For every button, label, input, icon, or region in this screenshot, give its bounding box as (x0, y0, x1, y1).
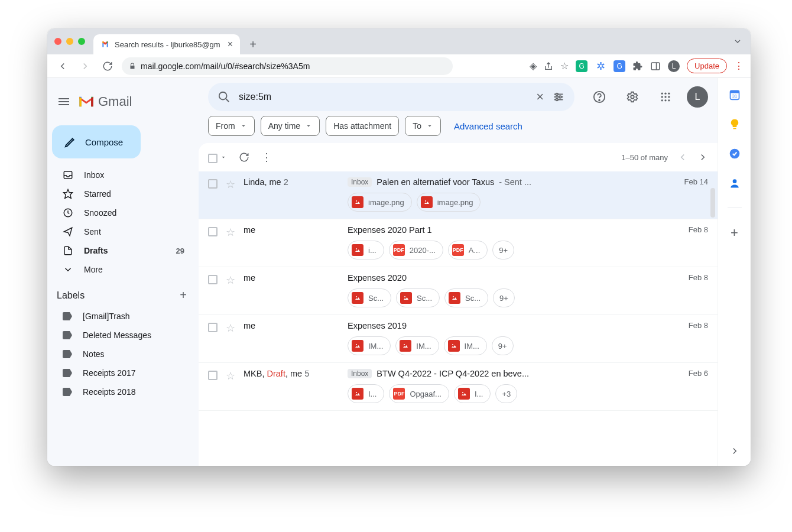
search-icon (218, 90, 231, 103)
side-panel-icon[interactable] (650, 61, 661, 72)
label-item[interactable]: Deleted Messages (47, 326, 199, 345)
sidebar-item-snoozed[interactable]: Snoozed (47, 203, 191, 222)
attachment-more[interactable]: +3 (495, 384, 517, 403)
select-dropdown-icon[interactable] (220, 154, 227, 161)
attachment-name: image.png (437, 198, 473, 207)
extension-snowflake-icon[interactable]: ✲ (595, 60, 606, 72)
more-icon[interactable]: ⋮ (261, 151, 272, 164)
scrollbar-thumb[interactable] (710, 188, 715, 218)
extension-grammarly-icon[interactable]: G (576, 60, 587, 72)
attachment-chip[interactable]: IM... (444, 336, 487, 355)
row-checkbox[interactable] (208, 323, 218, 332)
email-row[interactable]: ☆ me Expenses 2020 Sc...Sc...Sc...9+ Feb… (199, 267, 718, 315)
reader-icon[interactable]: ◈ (530, 60, 537, 72)
address-bar[interactable]: mail.google.com/mail/u/0/#search/size%3A… (122, 57, 453, 75)
row-checkbox[interactable] (208, 227, 218, 236)
filter-chip-has-attachment[interactable]: Has attachment (326, 116, 399, 136)
star-icon[interactable]: ☆ (226, 226, 235, 239)
sidebar-item-inbox[interactable]: Inbox (47, 166, 191, 184)
update-button[interactable]: Update (687, 59, 727, 73)
add-label-icon[interactable]: + (180, 288, 187, 302)
email-row[interactable]: ☆ MKB, Draft, me 5 Inbox BTW Q4-2022 - I… (199, 363, 718, 411)
attachment-more[interactable]: 9+ (492, 336, 514, 355)
back-button[interactable] (54, 58, 71, 74)
attachment-chip[interactable]: PDF2020-... (389, 241, 443, 259)
profile-icon[interactable]: L (668, 60, 680, 72)
main-menu-icon[interactable] (57, 95, 71, 109)
attachment-chip[interactable]: Sc... (396, 288, 440, 307)
attachment-chip[interactable]: PDFOpgaaf... (389, 384, 449, 403)
attachment-chip[interactable]: Sc... (444, 288, 488, 307)
prev-page-icon[interactable] (677, 152, 688, 163)
attachment-chip[interactable]: IM... (348, 336, 391, 355)
label-item[interactable]: Receipts 2018 (47, 382, 199, 401)
close-tab-icon[interactable]: × (228, 39, 233, 50)
settings-icon[interactable] (621, 85, 644, 109)
sidebar-item-starred[interactable]: Starred (47, 184, 191, 203)
attachments-row: Sc...Sc...Sc...9+ (348, 288, 663, 307)
gmail-logo[interactable]: Gmail (78, 94, 132, 109)
extensions-puzzle-icon[interactable] (632, 61, 643, 72)
attachment-more[interactable]: 9+ (493, 288, 515, 307)
row-checkbox[interactable] (208, 371, 218, 380)
attachment-more[interactable]: 9+ (492, 241, 514, 259)
email-row[interactable]: ☆ me Expenses 2020 Part 1 i...PDF2020-..… (199, 219, 718, 267)
compose-button[interactable]: Compose (52, 125, 141, 158)
star-icon[interactable]: ☆ (226, 369, 235, 382)
sidebar-item-sent[interactable]: Sent (47, 222, 191, 241)
new-tab-button[interactable]: + (245, 36, 261, 53)
refresh-icon[interactable] (239, 152, 249, 163)
attachment-chip[interactable]: IM... (395, 336, 439, 355)
attachment-chip[interactable]: image.png (348, 193, 412, 212)
hide-panel-icon[interactable] (729, 446, 740, 456)
attachment-chip[interactable]: i... (348, 241, 384, 259)
attachment-chip[interactable]: I... (348, 384, 384, 403)
row-checkbox[interactable] (208, 179, 218, 189)
star-icon[interactable]: ☆ (226, 274, 235, 287)
row-checkbox[interactable] (208, 275, 218, 284)
filter-chip-any-time[interactable]: Any time (261, 116, 320, 136)
maximize-window-icon[interactable] (78, 38, 85, 45)
select-all-checkbox[interactable] (208, 154, 218, 163)
add-app-icon[interactable]: + (731, 225, 738, 241)
share-icon[interactable] (544, 61, 553, 71)
minimize-window-icon[interactable] (66, 38, 73, 45)
sidebar-item-more[interactable]: More (47, 260, 191, 279)
attachment-chip[interactable]: Sc... (348, 288, 391, 307)
next-page-icon[interactable] (697, 152, 708, 163)
advanced-search-link[interactable]: Advanced search (454, 121, 522, 131)
filter-chip-from[interactable]: From (208, 116, 255, 136)
tab-list-button[interactable] (733, 37, 742, 46)
search-input[interactable] (239, 92, 528, 102)
label-item[interactable]: Notes (47, 345, 199, 364)
browser-menu-icon[interactable]: ⋮ (734, 60, 744, 72)
search-bar[interactable]: × (208, 83, 574, 111)
label-item[interactable]: [Gmail]Trash (47, 307, 199, 326)
attachment-chip[interactable]: I... (454, 384, 491, 403)
support-icon[interactable] (587, 85, 611, 109)
calendar-icon[interactable]: 31 (729, 89, 741, 100)
extension-translate-icon[interactable]: G (614, 60, 625, 72)
clear-search-icon[interactable]: × (536, 89, 544, 105)
account-avatar[interactable]: L (687, 86, 708, 108)
close-window-icon[interactable] (54, 38, 61, 45)
keep-icon[interactable] (729, 118, 741, 130)
apps-icon[interactable] (654, 85, 677, 109)
tasks-icon[interactable] (729, 148, 741, 160)
filter-chip-to[interactable]: To (405, 116, 441, 136)
email-row[interactable]: ☆ Linda, me 2 Inbox Palen en alternatief… (199, 171, 718, 219)
search-options-icon[interactable] (552, 90, 565, 103)
star-icon[interactable]: ☆ (226, 322, 235, 335)
browser-tab[interactable]: Search results - ljburke85@gm × (93, 34, 240, 54)
contacts-icon[interactable] (729, 177, 741, 189)
sidebar-item-drafts[interactable]: Drafts29 (47, 241, 191, 260)
label-item[interactable]: Receipts 2017 (47, 364, 199, 382)
bookmark-icon[interactable]: ☆ (560, 60, 569, 72)
attachment-chip[interactable]: image.png (417, 193, 481, 212)
star-icon[interactable]: ☆ (226, 178, 235, 191)
sender-text: me (244, 225, 255, 235)
email-row[interactable]: ☆ me Expenses 2019 IM...IM...IM...9+ Feb… (199, 315, 718, 363)
attachment-chip[interactable]: PDFA... (448, 241, 488, 259)
reload-button[interactable] (99, 58, 116, 74)
forward-button[interactable] (77, 58, 93, 74)
